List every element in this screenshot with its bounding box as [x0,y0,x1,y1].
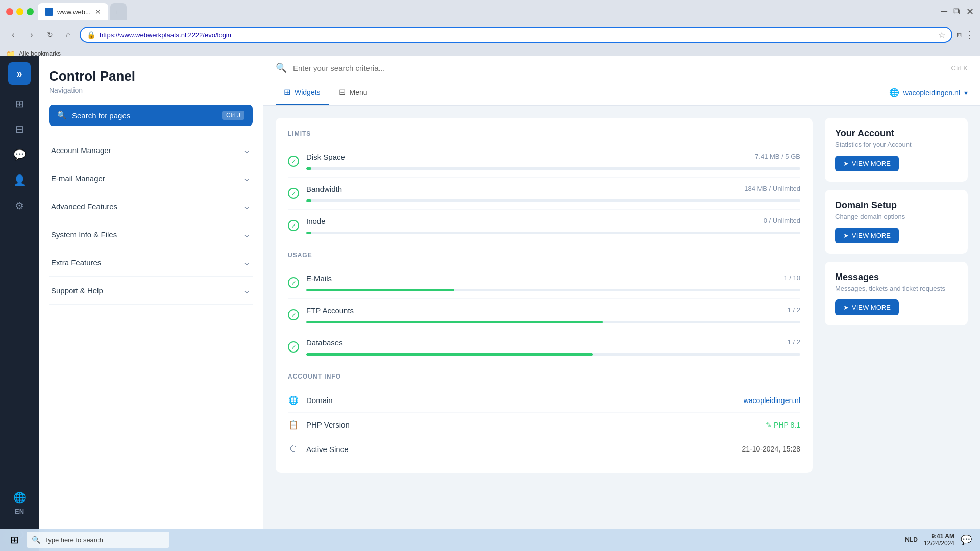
tab-widgets[interactable]: ⊞ Widgets [276,80,329,105]
nav-item-label-account-manager: Account Manager [51,146,111,155]
usage-row-1: ✓ FTP Accounts 1 / 2 [288,299,800,331]
nav-item-header-support-help[interactable]: Support & Help ⌄ [49,277,253,304]
progress-bar-bg-1 [306,199,800,202]
start-btn[interactable]: ⊞ [4,531,24,549]
account-info-section-label: ACCOUNT INFO [288,373,800,380]
tab-favicon [45,8,53,16]
nav-item-label-extra-features: Extra Features [51,258,101,267]
stat-value-2: 0 / Unlimited [764,217,800,229]
extensions-icon[interactable]: ⧈ [957,30,962,39]
nav-item-support-help[interactable]: Support & Help ⌄ [49,277,253,305]
app-logo[interactable]: » [8,62,31,85]
stat-info-2: Inode 0 / Unlimited [306,217,800,234]
usage-container: ✓ E-Mails 1 / 10 ✓ FTP Accounts 1 / 2 ✓ [288,267,800,363]
usage-check-0: ✓ [288,277,299,288]
info-value-1[interactable]: ✎ PHP 8.1 [766,421,800,429]
info-icon-1: 📋 [288,420,299,430]
search-icon: 🔍 [57,111,67,120]
nav-item-system-info[interactable]: System Info & Files ⌄ [49,220,253,248]
nav-item-header-extra-features[interactable]: Extra Features ⌄ [49,248,253,276]
win-close-btn[interactable]: ✕ [966,6,974,17]
messages-view-more-btn[interactable]: ➤ VIEW MORE [835,299,899,315]
widgets-tab-icon: ⊞ [284,87,290,97]
usage-progress-bg-1 [306,321,800,323]
nav-item-advanced-features[interactable]: Advanced Features ⌄ [49,192,253,220]
domain-setup-subtitle: Change domain options [835,213,958,220]
menu-tab-label: Menu [350,88,368,96]
forward-btn[interactable]: › [24,28,39,42]
active-tab[interactable]: www.web... ✕ [38,3,108,20]
info-value-0[interactable]: wacopleidingen.nl [744,396,800,405]
usage-value-0: 1 / 10 [783,274,800,286]
search-for-pages-btn[interactable]: 🔍 Search for pages Ctrl J [49,105,253,126]
account-info-row-0: 🌐 Domain wacopleidingen.nl [288,388,800,413]
nav-item-extra-features[interactable]: Extra Features ⌄ [49,248,253,277]
main-content: 🔍 Ctrl K ⊞ Widgets ⊟ Menu 🌐 wacopleiding… [263,56,980,551]
usage-progress-bg-2 [306,353,800,356]
nav-chevron-account-manager: ⌄ [243,144,251,156]
info-icon-0: 🌐 [288,395,299,405]
domain-setup-view-more-btn[interactable]: ➤ VIEW MORE [835,228,899,243]
taskbar: ⊞ 🔍 Type here to search NLD 9:41 AM 12/2… [0,529,980,551]
your-account-title: Your Account [835,128,958,139]
bookmark-star-icon[interactable]: ☆ [938,30,945,40]
win-restore-btn[interactable]: ⧉ [953,6,960,17]
rail-user-icon[interactable]: 👤 [9,169,30,191]
nav-item-header-email-manager[interactable]: E-mail Manager ⌄ [49,164,253,192]
nav-chevron-extra-features: ⌄ [243,257,251,268]
nav-item-email-manager[interactable]: E-mail Manager ⌄ [49,164,253,192]
rail-settings-icon[interactable]: ⚙ [9,195,30,216]
nav-item-header-advanced-features[interactable]: Advanced Features ⌄ [49,192,253,220]
main-search-input[interactable] [293,64,945,72]
sidebar-title: Control Panel [49,68,253,84]
tab-close-btn[interactable]: ✕ [95,8,101,16]
rail-grid-icon[interactable]: ⊞ [9,93,30,114]
taskbar-chat-icon[interactable]: 💬 [961,534,972,545]
rail-widgets-icon[interactable]: ⊟ [9,118,30,140]
address-bar[interactable]: 🔒 https://www.webwerkplaats.nl:2222/evo/… [80,27,952,43]
nav-item-account-manager[interactable]: Account Manager ⌄ [49,136,253,164]
home-btn[interactable]: ⌂ [61,28,76,42]
tab-label: www.web... [57,8,91,16]
widget-area: LIMITS ✓ Disk Space 7.41 MB / 5 GB ✓ Ban… [263,106,980,485]
your-account-btn-label: VIEW MORE [852,160,891,167]
menu-icon[interactable]: ⋮ [965,29,974,40]
widgets-tab-label: Widgets [295,88,321,96]
taskbar-search[interactable]: 🔍 Type here to search [27,532,169,548]
your-account-card: Your Account Statistics for your Account… [825,118,968,182]
reload-btn[interactable]: ↻ [43,28,57,42]
tabs-bar: ⊞ Widgets ⊟ Menu 🌐 wacopleidingen.nl ▾ [263,80,980,106]
domain-chevron-icon: ▾ [964,89,968,97]
limits-section-label: LIMITS [288,130,800,137]
rail-chat-icon[interactable]: 💬 [9,144,30,165]
left-rail: » ⊞ ⊟ 💬 👤 ⚙ 🌐 EN ⏻ [0,56,39,551]
view-more-arrow-icon: ➤ [843,160,849,167]
rail-lang[interactable]: EN [15,508,24,515]
usage-progress-fill-1 [306,321,603,323]
domain-globe-icon: 🌐 [889,88,899,97]
win-minimize-btn[interactable]: ─ [941,6,947,17]
usage-section-label: USAGE [288,252,800,259]
info-label-0: Domain [306,396,744,405]
domain-selector[interactable]: 🌐 wacopleidingen.nl ▾ [889,88,968,97]
back-btn[interactable]: ‹ [6,28,20,42]
stat-info-0: Disk Space 7.41 MB / 5 GB [306,153,800,170]
stat-name-1: Bandwidth [306,185,342,193]
nav-item-header-account-manager[interactable]: Account Manager ⌄ [49,136,253,164]
messages-view-more-arrow-icon: ➤ [843,304,849,311]
usage-info-0: E-Mails 1 / 10 [306,274,800,291]
nav-chevron-support-help: ⌄ [243,285,251,296]
nav-item-label-advanced-features: Advanced Features [51,202,117,211]
tab-menu[interactable]: ⊟ Menu [331,80,376,105]
nav-item-label-email-manager: E-mail Manager [51,174,105,183]
account-info-container: 🌐 Domain wacopleidingen.nl 📋 PHP Version… [288,388,800,461]
nav-item-header-system-info[interactable]: System Info & Files ⌄ [49,220,253,248]
taskbar-time: 9:41 AM 12/24/2024 [924,533,954,547]
nav-item-label-system-info: System Info & Files [51,230,117,239]
rail-globe-icon[interactable]: 🌐 [13,491,26,504]
your-account-view-more-btn[interactable]: ➤ VIEW MORE [835,156,899,171]
menu-tab-icon: ⊟ [339,87,346,97]
new-tab-btn[interactable]: + [110,3,127,20]
usage-name-1: FTP Accounts [306,306,354,315]
address-text: https://www.webwerkplaats.nl:2222/evo/lo… [100,31,934,39]
